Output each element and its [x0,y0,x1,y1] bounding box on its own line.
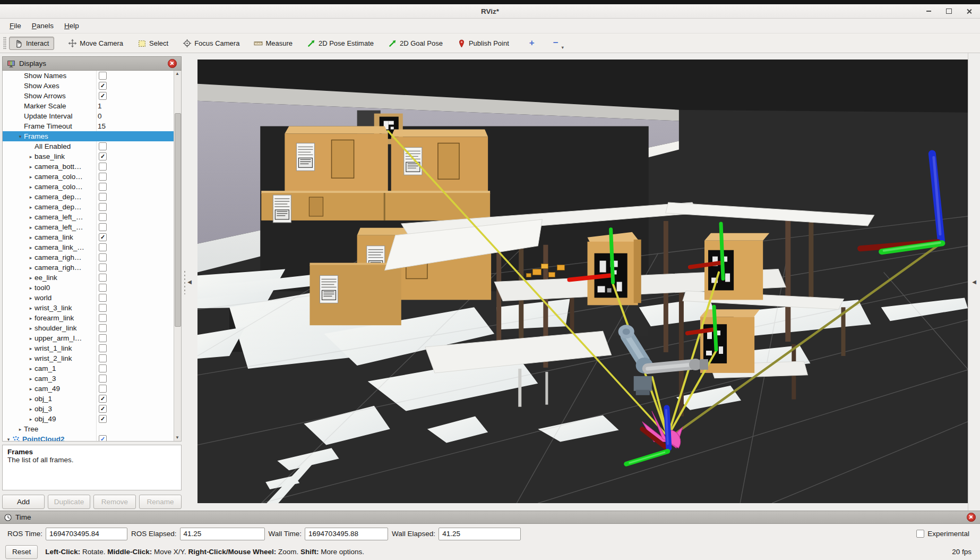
experimental-checkbox[interactable] [916,530,924,538]
tree-row[interactable]: ▸cam_49 [3,384,181,394]
expander-closed-icon[interactable]: ▸ [27,336,35,341]
tree-row[interactable]: ▸Tree [3,424,181,434]
checkbox[interactable] [99,243,107,251]
expander-closed-icon[interactable]: ▸ [27,154,35,159]
expander-closed-icon[interactable]: ▸ [27,295,35,301]
tree-row[interactable]: ▸camera_bott… [3,162,181,172]
expander-closed-icon[interactable]: ▸ [27,285,35,291]
toolbar-drag-handle[interactable] [3,37,6,49]
checkbox[interactable]: ✓ [99,92,107,100]
expander-closed-icon[interactable]: ▸ [27,406,35,412]
tree-row[interactable]: Marker Scale1 [3,101,181,111]
checkbox[interactable]: ✓ [99,405,107,413]
tree-row[interactable]: ▸base_link✓ [3,151,181,162]
property-value[interactable]: 1 [96,102,181,110]
reset-button[interactable]: Reset [5,545,38,559]
tree-row[interactable]: ▸camera_righ… [3,262,181,273]
checkbox[interactable]: ✓ [99,233,107,241]
checkbox[interactable] [99,163,107,171]
tree-row[interactable]: ▸upper_arm_l… [3,333,181,343]
expander-closed-icon[interactable]: ▸ [27,174,35,180]
tree-row[interactable]: ▸shoulder_link [3,323,181,333]
tree-row[interactable]: ▸forearm_link [3,313,181,323]
expander-closed-icon[interactable]: ▸ [27,386,35,392]
checkbox[interactable]: ✓ [99,152,107,160]
time-field-input[interactable]: 41.25 [439,528,521,540]
checkbox[interactable] [99,334,107,342]
tree-row[interactable]: ▸camera_colo… [3,182,181,192]
property-value[interactable]: 0 [96,112,181,120]
tree-row[interactable]: ▸camera_dep… [3,192,181,202]
tree-row[interactable]: Show Names [3,71,181,81]
maximize-button[interactable] [945,7,952,15]
move-camera-tool[interactable]: Move Camera [63,37,128,50]
checkbox[interactable] [99,385,107,393]
expander-open-icon[interactable]: ▾ [5,437,12,442]
scrollbar-thumb[interactable] [175,113,181,327]
expander-closed-icon[interactable]: ▸ [27,194,35,200]
tree-row[interactable]: ▸cam_3 [3,374,181,384]
checkbox[interactable]: ✓ [99,82,107,90]
time-field-input[interactable]: 1694703495.88 [305,528,388,540]
expander-closed-icon[interactable]: ▸ [27,275,35,281]
right-panel-strip[interactable]: ◀ [968,53,980,511]
checkbox[interactable] [99,142,107,150]
time-panel-header[interactable]: Time [0,511,980,524]
expander-closed-icon[interactable]: ▸ [27,245,35,250]
checkbox[interactable] [99,253,107,261]
tree-row[interactable]: Show Arrows✓ [3,91,181,101]
publish-point-tool[interactable]: Publish Point [452,37,514,50]
tree-row[interactable]: ▸wrist_1_link [3,343,181,353]
expander-closed-icon[interactable]: ▸ [27,417,35,422]
checkbox[interactable] [99,324,107,332]
expander-closed-icon[interactable]: ▸ [27,316,35,321]
property-value[interactable]: 15 [96,122,181,130]
tree-row[interactable]: ▸camera_link✓ [3,232,181,242]
checkbox[interactable] [99,354,107,362]
tree-row[interactable]: ▾Frames [3,131,181,141]
tree-row[interactable]: ▸obj_1✓ [3,394,181,404]
checkbox[interactable] [99,223,107,231]
tree-row[interactable]: ▸tool0 [3,283,181,293]
checkbox[interactable]: ✓ [99,395,107,403]
expander-closed-icon[interactable]: ▸ [27,376,35,381]
tree-row[interactable]: ▸camera_colo… [3,172,181,182]
displays-close-icon[interactable] [168,59,177,68]
expander-closed-icon[interactable]: ▸ [27,366,35,371]
expander-open-icon[interactable]: ▾ [16,134,24,139]
checkbox[interactable] [99,72,107,80]
tree-row[interactable]: ▸wrist_3_link [3,303,181,313]
tree-row[interactable]: ▸obj_3✓ [3,404,181,414]
minimize-button[interactable] [925,7,932,15]
checkbox[interactable] [99,183,107,191]
select-tool[interactable]: Select [132,37,174,50]
interact-tool[interactable]: Interact [9,37,54,50]
collapse-left-icon[interactable]: ◀ [187,279,192,285]
checkbox[interactable]: ✓ [99,435,107,442]
tree-row[interactable]: All Enabled [3,141,181,151]
tree-row[interactable]: ▸world [3,293,181,303]
checkbox[interactable] [99,173,107,181]
menu-help[interactable]: Help [59,21,84,31]
checkbox[interactable] [99,294,107,302]
tree-row[interactable]: ▸ee_link [3,273,181,283]
checkbox[interactable] [99,314,107,322]
tree-row[interactable]: ▸wrist_2_link [3,353,181,363]
add-button[interactable]: Add [2,495,45,509]
zoom-out-tool[interactable]: −▾ [549,37,562,49]
tree-row[interactable]: ▸camera_righ… [3,252,181,262]
expander-closed-icon[interactable]: ▸ [16,427,24,432]
checkbox[interactable] [99,344,107,352]
pose-estimate-tool[interactable]: 2D Pose Estimate [302,37,379,50]
tree-row[interactable]: ▸camera_link_… [3,242,181,252]
zoom-in-tool[interactable]: + [526,37,538,49]
checkbox[interactable] [99,284,107,292]
3d-viewport[interactable] [197,60,968,503]
collapse-right-icon[interactable]: ◀ [972,279,976,285]
expander-closed-icon[interactable]: ▸ [27,346,35,351]
expander-closed-icon[interactable]: ▸ [27,356,35,361]
tree-row[interactable]: ▾PointCloud2✓ [3,434,181,442]
expander-closed-icon[interactable]: ▸ [27,215,35,220]
menu-file[interactable]: File [4,21,27,31]
expander-closed-icon[interactable]: ▸ [27,205,35,210]
